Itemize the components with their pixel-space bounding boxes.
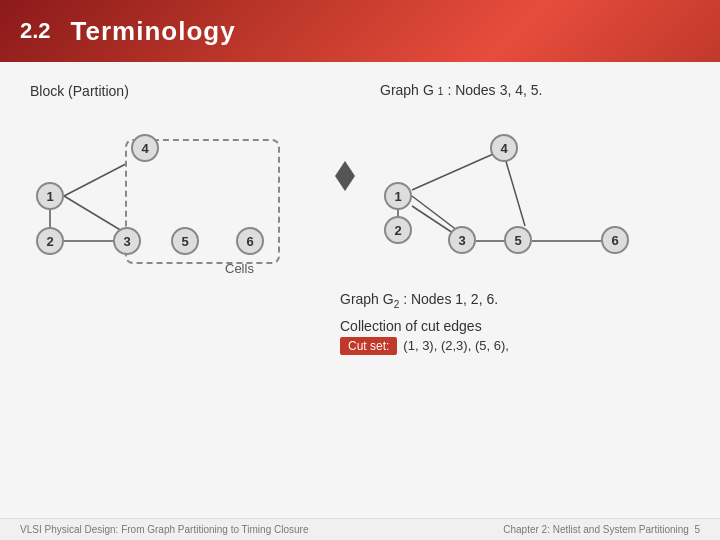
cut-set-text: (1, 3), (2,3), (5, 6), [403, 338, 508, 353]
slide-number: 2.2 [20, 18, 51, 44]
right-node-5: 5 [504, 226, 532, 254]
svg-marker-7 [335, 161, 355, 191]
svg-line-13 [505, 158, 525, 226]
svg-line-1 [64, 196, 127, 234]
graph1-label-suffix: : Nodes [447, 82, 495, 98]
svg-line-9 [412, 151, 500, 190]
graph2-suffix: : Nodes 1, 2, 6. [403, 291, 498, 307]
left-diagram: 1 2 4 3 5 6 Cells [30, 106, 320, 276]
footer: VLSI Physical Design: From Graph Partiti… [0, 518, 720, 540]
graph2-label: Graph G2 : Nodes 1, 2, 6. [340, 291, 690, 310]
divider-icon [325, 151, 365, 201]
graph2-prefix: Graph [340, 291, 379, 307]
right-node-2: 2 [384, 216, 412, 244]
block-label: Block (Partition) [30, 83, 129, 99]
graph2-g: G [383, 291, 394, 307]
graph1-sub: 1 [438, 86, 444, 97]
cut-info: Collection of cut edges Cut set: (1, 3),… [340, 318, 690, 355]
bottom-area: Graph G2 : Nodes 1, 2, 6. Collection of … [340, 291, 690, 355]
graph1-g: G [423, 82, 434, 98]
cut-row: Cut set: (1, 3), (2,3), (5, 6), [340, 337, 690, 355]
cut-title: Collection of cut edges [340, 318, 690, 334]
left-node-6: 6 [236, 227, 264, 255]
left-node-4: 4 [131, 134, 159, 162]
header: 2.2 Terminology [0, 0, 720, 62]
graph1-nodes-list: 3, 4, 5. [500, 82, 543, 98]
right-diagram: 4 1 2 3 5 6 [370, 106, 650, 276]
footer-left: VLSI Physical Design: From Graph Partiti… [20, 524, 308, 535]
right-node-1: 1 [384, 182, 412, 210]
cut-set-badge: Cut set: [340, 337, 397, 355]
left-node-3: 3 [113, 227, 141, 255]
right-node-6: 6 [601, 226, 629, 254]
graph1-label-prefix: Graph [380, 82, 419, 98]
right-node-3: 3 [448, 226, 476, 254]
footer-right: Chapter 2: Netlist and System Partitioni… [503, 524, 700, 535]
left-node-5: 5 [171, 227, 199, 255]
arrow-divider [320, 151, 370, 201]
left-node-2: 2 [36, 227, 64, 255]
left-node-1: 1 [36, 182, 64, 210]
cells-label: Cells [225, 261, 254, 276]
main-content: Block (Partition) Graph G1 : Nodes 3, 4,… [0, 62, 720, 540]
graph2-sub: 2 [394, 299, 400, 310]
right-node-4: 4 [490, 134, 518, 162]
slide-title: Terminology [71, 16, 236, 47]
diagram-area: 1 2 4 3 5 6 Cells [30, 106, 690, 276]
